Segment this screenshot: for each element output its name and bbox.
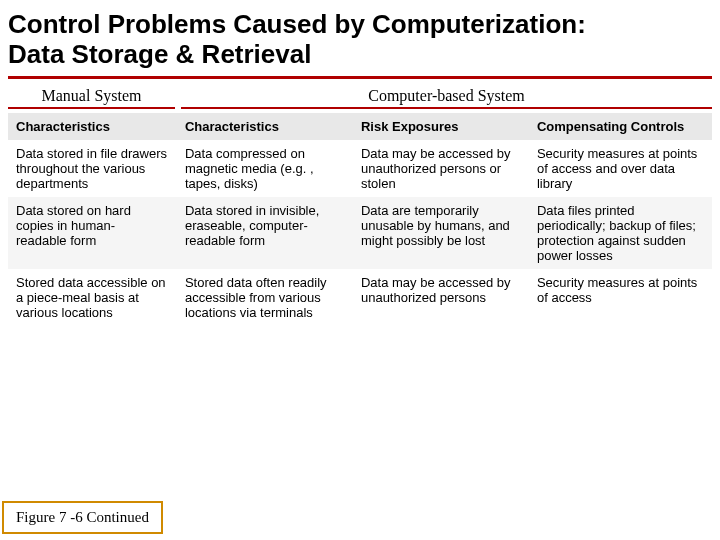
- cell: Data stored in file drawers throughout t…: [8, 140, 177, 197]
- cell: Data compressed on magnetic media (e.g. …: [177, 140, 353, 197]
- comparison-table-wrap: Characteristics Characteristics Risk Exp…: [8, 113, 712, 326]
- table-row: Stored data accessible on a piece-meal b…: [8, 269, 712, 326]
- title-line-1: Control Problems Caused by Computerizati…: [8, 9, 586, 39]
- title-underline: [8, 76, 712, 79]
- cell: Stored data accessible on a piece-meal b…: [8, 269, 177, 326]
- table-row: Data stored on hard copies in human- rea…: [8, 197, 712, 269]
- group-label-row: Manual System Computer-based System: [8, 87, 712, 109]
- group-label-computer: Computer-based System: [181, 87, 712, 109]
- comparison-table: Characteristics Characteristics Risk Exp…: [8, 113, 712, 326]
- col-header-risk-exposures: Risk Exposures: [353, 113, 529, 140]
- cell: Data files printed periodically; backup …: [529, 197, 712, 269]
- title-line-2: Data Storage & Retrieval: [8, 39, 311, 69]
- cell: Data stored in invisible, eraseable, com…: [177, 197, 353, 269]
- cell: Data are temporarily unusable by humans,…: [353, 197, 529, 269]
- table-row: Data stored in file drawers throughout t…: [8, 140, 712, 197]
- cell: Data may be accessed by unauthorized per…: [353, 269, 529, 326]
- cell: Data may be accessed by unauthorized per…: [353, 140, 529, 197]
- cell: Security measures at points of access: [529, 269, 712, 326]
- cell: Stored data often readily accessible fro…: [177, 269, 353, 326]
- cell: Data stored on hard copies in human- rea…: [8, 197, 177, 269]
- table-header-row: Characteristics Characteristics Risk Exp…: [8, 113, 712, 140]
- group-label-manual: Manual System: [8, 87, 175, 109]
- figure-label: Figure 7 -6 Continued: [2, 501, 163, 534]
- cell: Security measures at points of access an…: [529, 140, 712, 197]
- slide-title: Control Problems Caused by Computerizati…: [0, 0, 720, 76]
- col-header-compensating-controls: Compensating Controls: [529, 113, 712, 140]
- col-header-manual-characteristics: Characteristics: [8, 113, 177, 140]
- col-header-computer-characteristics: Characteristics: [177, 113, 353, 140]
